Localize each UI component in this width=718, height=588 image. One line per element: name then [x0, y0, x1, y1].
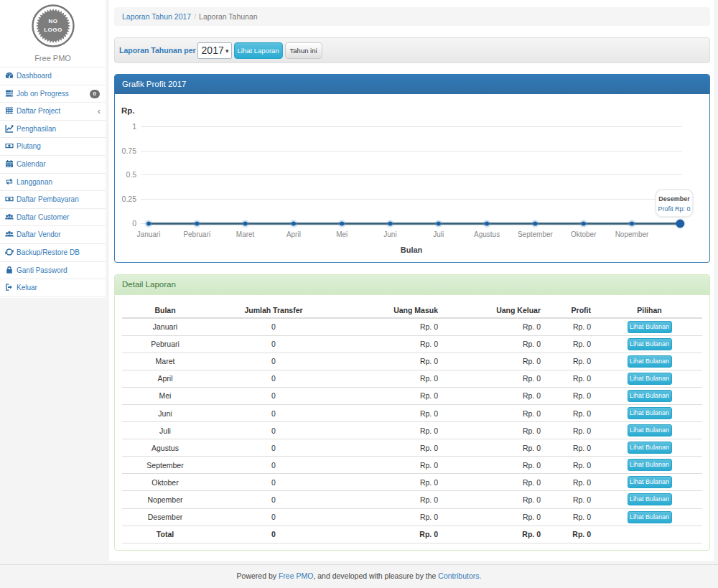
svg-text:April: April — [286, 230, 301, 238]
svg-text:0.25: 0.25 — [122, 195, 137, 203]
svg-text:0.5: 0.5 — [126, 170, 136, 179]
svg-text:Mei: Mei — [336, 230, 348, 238]
svg-text:NO: NO — [48, 18, 57, 24]
svg-text:Pebruari: Pebruari — [183, 230, 210, 238]
svg-text:LOGO: LOGO — [44, 27, 62, 33]
svg-text:0.75: 0.75 — [122, 146, 137, 155]
svg-text:Agustus: Agustus — [474, 230, 500, 238]
svg-text:Oktober: Oktober — [571, 230, 597, 238]
svg-text:Juli: Juli — [433, 230, 444, 238]
svg-text:Nopember: Nopember — [615, 230, 649, 238]
svg-text:0: 0 — [132, 219, 136, 228]
svg-text:Juni: Juni — [383, 230, 396, 238]
svg-text:Maret: Maret — [236, 230, 255, 238]
svg-text:September: September — [518, 230, 554, 238]
svg-text:Rp.: Rp. — [121, 106, 135, 115]
svg-text:1: 1 — [132, 122, 136, 131]
svg-text:Januari: Januari — [137, 230, 161, 238]
svg-text:Bulan: Bulan — [401, 246, 423, 254]
